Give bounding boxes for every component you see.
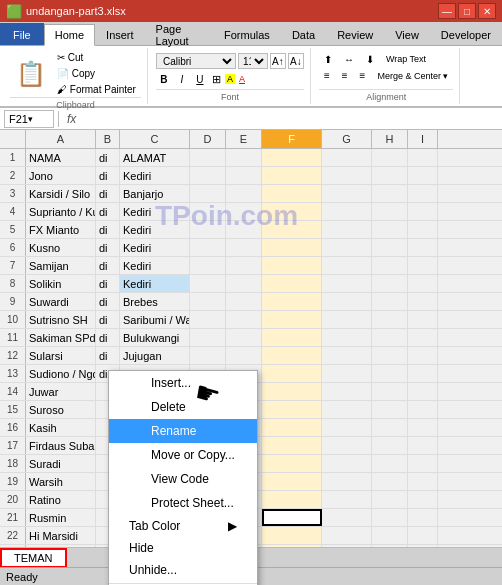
cell-e8[interactable] (226, 275, 262, 292)
cell-i1[interactable] (408, 149, 438, 166)
cell-h21[interactable] (372, 509, 408, 526)
cell-d2[interactable] (190, 167, 226, 184)
cell-h17[interactable] (372, 437, 408, 454)
cell-b5[interactable]: di (96, 221, 120, 238)
cell-i8[interactable] (408, 275, 438, 292)
cell-b3[interactable]: di (96, 185, 120, 202)
cell-e12[interactable] (226, 347, 262, 364)
cell-g6[interactable] (322, 239, 372, 256)
cell-f3[interactable] (262, 185, 322, 202)
cell-g9[interactable] (322, 293, 372, 310)
cell-a11[interactable]: Sakiman SPd (26, 329, 96, 346)
cell-h11[interactable] (372, 329, 408, 346)
cell-i10[interactable] (408, 311, 438, 328)
cell-a12[interactable]: Sularsi (26, 347, 96, 364)
format-painter-button[interactable]: 🖌 Format Painter (52, 82, 141, 97)
cell-f8[interactable] (262, 275, 322, 292)
cell-f20[interactable] (262, 491, 322, 508)
cell-h22[interactable] (372, 527, 408, 544)
cell-h4[interactable] (372, 203, 408, 220)
font-decrease-button[interactable]: A↓ (288, 53, 304, 69)
cell-g13[interactable] (322, 365, 372, 382)
cell-g1[interactable] (322, 149, 372, 166)
border-button[interactable]: ⊞ (210, 73, 223, 86)
cell-h6[interactable] (372, 239, 408, 256)
cell-h9[interactable] (372, 293, 408, 310)
cell-f7[interactable] (262, 257, 322, 274)
cell-b4[interactable]: di (96, 203, 120, 220)
cell-f9[interactable] (262, 293, 322, 310)
cell-f4[interactable] (262, 203, 322, 220)
cell-d6[interactable] (190, 239, 226, 256)
cell-a13[interactable]: Sudiono / Ngd (26, 365, 96, 382)
cell-b9[interactable]: di (96, 293, 120, 310)
cell-h12[interactable] (372, 347, 408, 364)
cell-h1[interactable] (372, 149, 408, 166)
cell-a16[interactable]: Kasih (26, 419, 96, 436)
cell-i7[interactable] (408, 257, 438, 274)
ctx-hide[interactable]: Hide (109, 537, 257, 559)
cell-g17[interactable] (322, 437, 372, 454)
cell-a17[interactable]: Firdaus Subag (26, 437, 96, 454)
cell-d8[interactable] (190, 275, 226, 292)
cell-f12[interactable] (262, 347, 322, 364)
cell-a6[interactable]: Kusno (26, 239, 96, 256)
cell-i22[interactable] (408, 527, 438, 544)
cell-a1[interactable]: NAMA (26, 149, 96, 166)
cell-e9[interactable] (226, 293, 262, 310)
col-header-g[interactable]: G (322, 130, 372, 148)
cell-e10[interactable] (226, 311, 262, 328)
cell-c9[interactable]: Brebes (120, 293, 190, 310)
cell-i14[interactable] (408, 383, 438, 400)
cell-f1[interactable] (262, 149, 322, 166)
paste-button[interactable]: 📋 (10, 58, 52, 90)
col-header-e[interactable]: E (226, 130, 262, 148)
cell-g8[interactable] (322, 275, 372, 292)
cell-a9[interactable]: Suwardi (26, 293, 96, 310)
cell-d10[interactable] (190, 311, 226, 328)
cell-d11[interactable] (190, 329, 226, 346)
cell-d7[interactable] (190, 257, 226, 274)
cell-g21[interactable] (322, 509, 372, 526)
cell-a21[interactable]: Rusmin (26, 509, 96, 526)
cell-f22[interactable] (262, 527, 322, 544)
cell-h19[interactable] (372, 473, 408, 490)
cell-i16[interactable] (408, 419, 438, 436)
cell-b2[interactable]: di (96, 167, 120, 184)
cell-i4[interactable] (408, 203, 438, 220)
cell-b6[interactable]: di (96, 239, 120, 256)
ctx-delete[interactable]: Delete (109, 395, 257, 419)
cell-i21[interactable] (408, 509, 438, 526)
col-header-d[interactable]: D (190, 130, 226, 148)
cell-h14[interactable] (372, 383, 408, 400)
cell-c4[interactable]: Kediri (120, 203, 190, 220)
cell-h2[interactable] (372, 167, 408, 184)
cell-g12[interactable] (322, 347, 372, 364)
cell-h3[interactable] (372, 185, 408, 202)
fill-color-button[interactable]: A (225, 74, 235, 84)
cell-c1[interactable]: ALAMAT (120, 149, 190, 166)
cell-g7[interactable] (322, 257, 372, 274)
cell-d12[interactable] (190, 347, 226, 364)
col-header-h[interactable]: H (372, 130, 408, 148)
cell-g19[interactable] (322, 473, 372, 490)
col-header-a[interactable]: A (26, 130, 96, 148)
cell-e6[interactable] (226, 239, 262, 256)
ctx-view-code[interactable]: View Code (109, 467, 257, 491)
tab-insert[interactable]: Insert (95, 23, 145, 45)
cell-d5[interactable] (190, 221, 226, 238)
align-middle-button[interactable]: ↔ (339, 52, 359, 67)
cell-f21[interactable] (262, 509, 322, 526)
cell-f5[interactable] (262, 221, 322, 238)
cell-f11[interactable] (262, 329, 322, 346)
cell-b12[interactable]: di (96, 347, 120, 364)
cell-a20[interactable]: Ratino (26, 491, 96, 508)
cell-h15[interactable] (372, 401, 408, 418)
cell-f17[interactable] (262, 437, 322, 454)
cell-b8[interactable]: di (96, 275, 120, 292)
cell-e2[interactable] (226, 167, 262, 184)
italic-button[interactable]: I (174, 71, 190, 87)
cell-i2[interactable] (408, 167, 438, 184)
font-size-select[interactable]: 11 (238, 53, 268, 69)
cell-c10[interactable]: Saribumi / Wates (120, 311, 190, 328)
